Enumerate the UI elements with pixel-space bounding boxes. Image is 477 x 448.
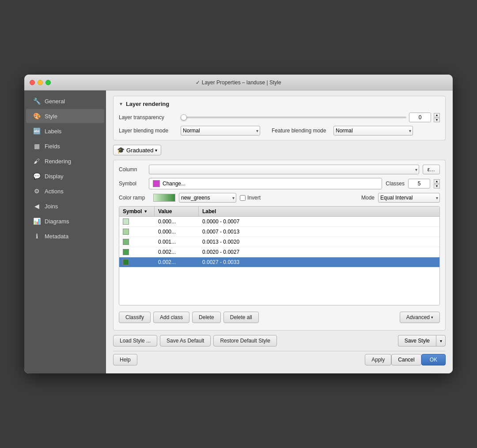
invert-checkbox[interactable] (240, 195, 246, 201)
transparency-down[interactable]: ▼ (434, 118, 440, 122)
renderer-type-dropdown[interactable]: 🎓 Graduated ▾ (113, 145, 161, 155)
delete-all-button[interactable]: Delete all (223, 312, 259, 323)
color-swatch-1 (123, 229, 129, 235)
section-header: ▼ Layer rendering (119, 101, 440, 107)
mode-select[interactable]: Equal Interval Quantile Natural Breaks (378, 193, 440, 203)
sort-icon[interactable]: ▼ (144, 209, 148, 214)
style-buttons: Load Style ... Save As Default Restore D… (113, 335, 446, 346)
classes-down[interactable]: ▼ (434, 184, 440, 188)
transparency-slider[interactable] (181, 117, 406, 118)
td-value-1: 0.000... (155, 227, 199, 237)
symbol-row: Symbol Change... Classes ▲ ▼ (119, 178, 440, 189)
table-row[interactable]: 0.000... 0.0000 - 0.0007 (119, 217, 439, 227)
layer-blend-select[interactable]: Normal (181, 126, 260, 136)
table-row-selected[interactable]: 0.002... 0.0027 - 0.0033 (119, 257, 439, 267)
th-symbol: Symbol ▼ (119, 207, 155, 216)
table-row[interactable]: 0.002... 0.0020 - 0.0027 (119, 247, 439, 257)
sidebar-item-joins[interactable]: ◀ Joins (26, 199, 104, 213)
sidebar-item-fields[interactable]: ▦ Fields (26, 139, 104, 153)
symbol-change-button[interactable]: Change... (149, 178, 382, 189)
th-label: Label (199, 207, 439, 216)
table-row[interactable]: 0.001... 0.0013 - 0.0020 (119, 237, 439, 247)
labels-icon: 🔤 (32, 127, 41, 136)
display-icon: 💬 (32, 172, 41, 181)
feature-blend-wrapper: Normal (333, 126, 413, 136)
ramp-name-select[interactable]: new_greens (179, 193, 236, 203)
td-symbol-0 (119, 217, 155, 226)
section-title: Layer rendering (126, 101, 169, 107)
ramp-preview (153, 194, 175, 202)
td-value-4: 0.002... (155, 257, 199, 267)
graduated-row: 🎓 Graduated ▾ (113, 145, 446, 155)
feature-blend-select[interactable]: Normal (333, 126, 413, 136)
sidebar-item-labels[interactable]: 🔤 Labels (26, 124, 104, 138)
sidebar-label-rendering: Rendering (45, 158, 71, 165)
load-style-button[interactable]: Load Style ... (113, 335, 157, 346)
classify-button[interactable]: Classify (119, 312, 151, 323)
td-value-2: 0.001... (155, 237, 199, 247)
sidebar-item-rendering[interactable]: 🖌 Rendering (26, 154, 104, 168)
td-label-3: 0.0020 - 0.0027 (199, 247, 439, 257)
feature-blend-label: Feature blending mode (272, 128, 329, 134)
save-style-button[interactable]: Save Style (398, 335, 436, 346)
actions-icon: ⚙ (32, 187, 41, 196)
minimize-button[interactable] (38, 80, 43, 85)
classes-spinbox[interactable] (408, 179, 430, 188)
sidebar-label-display: Display (45, 173, 64, 180)
td-value-0: 0.000... (155, 217, 199, 226)
transparency-up[interactable]: ▲ (434, 113, 440, 117)
th-symbol-label: Symbol (123, 208, 142, 215)
td-value-3: 0.002... (155, 247, 199, 257)
right-panel: ▼ Layer rendering Layer transparency 0 ▲… (106, 90, 453, 373)
sidebar-item-style[interactable]: 🎨 Style (26, 109, 104, 123)
table-header: Symbol ▼ Value Label (119, 207, 439, 217)
table-row[interactable]: 0.000... 0.0007 - 0.0013 (119, 227, 439, 237)
classes-label: Classes (386, 181, 405, 187)
td-label-1: 0.0007 - 0.0013 (199, 227, 439, 237)
graduated-icon: 🎓 (117, 147, 125, 154)
transparency-label: Layer transparency (119, 114, 176, 120)
sidebar-item-display[interactable]: 💬 Display (26, 169, 104, 183)
help-button[interactable]: Help (113, 354, 137, 365)
transparency-spinbox[interactable]: 0 (409, 113, 431, 122)
classes-up[interactable]: ▲ (434, 179, 440, 184)
advanced-button[interactable]: Advanced ▾ (400, 312, 440, 323)
invert-label[interactable]: Invert (240, 195, 261, 201)
maximize-button[interactable] (45, 80, 51, 85)
add-class-button[interactable]: Add class (153, 312, 189, 323)
color-swatch-4 (123, 259, 129, 265)
restore-style-button[interactable]: Restore Default Style (213, 335, 276, 346)
save-style-group: Save Style ▾ (398, 335, 446, 346)
sidebar-label-style: Style (45, 113, 57, 120)
symbol-label: Symbol (119, 181, 145, 187)
sidebar-item-actions[interactable]: ⚙ Actions (26, 184, 104, 198)
td-symbol-3 (119, 247, 155, 257)
sidebar-item-general[interactable]: 🔧 General (26, 94, 104, 108)
sidebar-label-diagrams: Diagrams (45, 218, 69, 225)
delete-button[interactable]: Delete (192, 312, 221, 323)
epsilon-button[interactable]: ε… (423, 165, 440, 174)
save-default-button[interactable]: Save As Default (160, 335, 211, 346)
th-value: Value (155, 207, 199, 216)
sidebar-item-diagrams[interactable]: 📊 Diagrams (26, 214, 104, 228)
window-title: ✓ Layer Properties – landuse | Style (196, 79, 281, 86)
td-symbol-1 (119, 227, 155, 237)
classification-table: Symbol ▼ Value Label (119, 206, 440, 305)
joins-icon: ◀ (32, 202, 41, 211)
apply-button[interactable]: Apply (365, 354, 391, 365)
close-button[interactable] (30, 80, 35, 85)
ok-button[interactable]: OK (421, 354, 446, 365)
classes-stepper: ▲ ▼ (434, 179, 440, 188)
sidebar-item-metadata[interactable]: ℹ Metadata (26, 229, 104, 243)
collapse-icon[interactable]: ▼ (119, 102, 123, 106)
general-icon: 🔧 (32, 97, 41, 105)
column-select[interactable] (149, 165, 419, 174)
invert-text: Invert (247, 195, 261, 201)
save-style-dropdown-arrow[interactable]: ▾ (436, 335, 446, 346)
main-window: ✓ Layer Properties – landuse | Style 🔧 G… (24, 75, 453, 373)
th-label-text: Label (202, 208, 216, 215)
column-label: Column (119, 166, 145, 173)
metadata-icon: ℹ (32, 232, 41, 241)
color-swatch-3 (123, 249, 129, 255)
cancel-button[interactable]: Cancel (391, 354, 421, 365)
